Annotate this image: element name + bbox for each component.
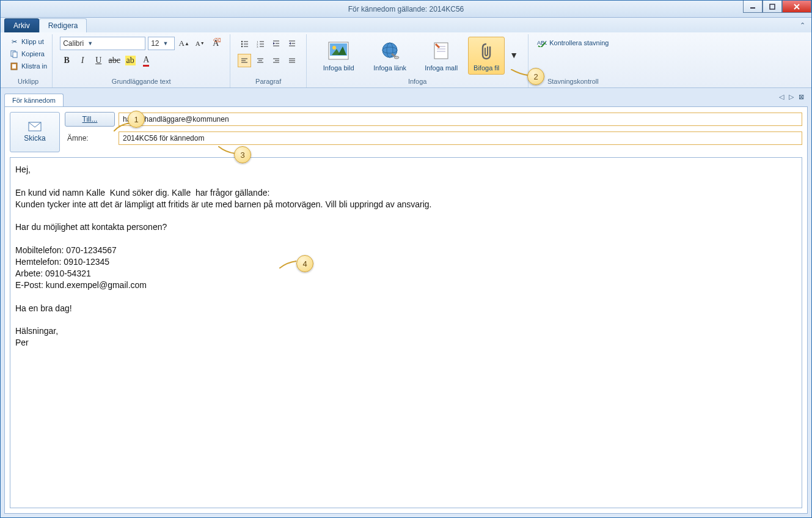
window-title: För kännedom gällande: 2014KC56 (1, 5, 811, 13)
svg-rect-7 (12, 64, 16, 68)
tab-prev-icon[interactable]: ◁ (779, 93, 784, 101)
svg-point-8 (241, 41, 243, 42)
paragraph-group-label: Paragraf (235, 76, 301, 87)
svg-marker-26 (289, 42, 291, 45)
ribbon-group-paragraph: 123 Paragraf (230, 34, 307, 87)
doc-tab-nav: ◁ ▷ ⊠ (779, 93, 804, 101)
menu-tabs: Arkiv Redigera ⌃ (1, 18, 811, 32)
callout-1: 1 (128, 111, 145, 128)
font-size-combo[interactable]: 12▼ (148, 37, 175, 50)
font-name-combo[interactable]: Calibri▼ (60, 37, 145, 50)
subject-input[interactable] (119, 131, 802, 145)
italic-button[interactable]: I (76, 54, 89, 67)
document-tabs: För kännedom ◁ ▷ ⊠ (4, 92, 808, 106)
paperclip-icon (475, 40, 497, 62)
insert-image-button[interactable]: Infoga bild (314, 37, 363, 75)
doc-tab-for-kannedom[interactable]: För kännedom (4, 94, 64, 106)
insert-template-button[interactable]: Infoga mall (417, 37, 466, 75)
maximize-button[interactable] (763, 1, 782, 13)
indent-button[interactable] (285, 37, 299, 50)
titlebar: För kännedom gällande: 2014KC56 (1, 1, 811, 18)
tab-close-icon[interactable]: ⊠ (799, 93, 804, 101)
window-controls (743, 1, 811, 13)
spelling-group-label: Stavningskontroll (533, 76, 612, 87)
strikethrough-button[interactable]: abc (108, 54, 121, 67)
clear-format-button[interactable]: A⌫ (209, 37, 222, 50)
close-button[interactable] (782, 1, 811, 13)
picture-icon (327, 40, 349, 62)
content-area: För kännedom ◁ ▷ ⊠ Skicka Till... (1, 88, 811, 517)
svg-marker-22 (273, 42, 275, 45)
bullet-list-button[interactable] (238, 37, 251, 50)
ribbon-collapse-icon[interactable]: ⌃ (800, 21, 805, 29)
chevron-down-icon: ▼ (87, 40, 93, 46)
tab-edit[interactable]: Redigera (39, 18, 87, 32)
compose-fields: Till... Ämne: (65, 112, 802, 152)
align-center-button[interactable] (254, 54, 267, 67)
clipboard-group-label: Urklipp (9, 76, 47, 87)
attach-file-button[interactable]: Bifoga fil (468, 37, 505, 75)
scissors-icon: ✂ (9, 37, 19, 46)
svg-point-10 (241, 43, 243, 45)
copy-icon (9, 49, 19, 59)
message-body[interactable]: Hej, En kund vid namn Kalle Kund söker d… (10, 157, 802, 508)
svg-rect-1 (770, 4, 775, 9)
align-right-button[interactable] (269, 54, 283, 67)
globe-link-icon (379, 40, 401, 62)
font-color-button[interactable]: A (139, 54, 153, 67)
to-input[interactable] (119, 113, 802, 126)
number-list-button[interactable]: 123 (254, 37, 267, 50)
spell-check-button[interactable]: ABCKontrollera stavning (536, 37, 610, 49)
tab-file[interactable]: Arkiv (4, 18, 39, 32)
send-button[interactable]: Skicka (10, 112, 60, 152)
envelope-icon (28, 122, 42, 131)
callout-2: 2 (527, 68, 544, 85)
paste-button[interactable]: Klistra in (9, 61, 47, 71)
outdent-button[interactable] (269, 37, 283, 50)
svg-rect-5 (13, 52, 17, 57)
compose-panel: Skicka Till... Ämne: Hej, En kund vid na… (4, 106, 808, 514)
copy-button[interactable]: Kopiera (9, 49, 47, 59)
ribbon: ✂Klipp ut Kopiera Klistra in Urklipp Cal… (1, 32, 811, 88)
bold-button[interactable]: B (60, 54, 73, 67)
attach-dropdown-button[interactable]: ▼ (507, 50, 521, 61)
app-window: För kännedom gällande: 2014KC56 Arkiv Re… (0, 0, 812, 518)
chevron-down-icon: ▼ (163, 40, 169, 46)
subject-label: Ämne: (65, 134, 115, 142)
insert-link-button[interactable]: Infoga länk (365, 37, 414, 75)
font-group-label: Grundläggande text (57, 76, 225, 87)
paste-icon (9, 61, 19, 71)
underline-button[interactable]: U (92, 54, 105, 67)
to-button[interactable]: Till... (65, 112, 115, 127)
ribbon-group-clipboard: ✂Klipp ut Kopiera Klistra in Urklipp (4, 34, 53, 87)
chevron-down-icon: ▼ (510, 51, 518, 61)
svg-point-48 (394, 56, 399, 59)
tab-next-icon[interactable]: ▷ (789, 93, 794, 101)
shrink-font-button[interactable]: A▼ (193, 37, 207, 50)
svg-text:3: 3 (257, 45, 258, 48)
justify-button[interactable] (285, 54, 299, 67)
svg-point-12 (241, 46, 243, 47)
cut-button[interactable]: ✂Klipp ut (9, 37, 47, 46)
ribbon-group-font: Calibri▼ 12▼ A▲ A▼ A⌫ B I U abc ab A (53, 34, 230, 87)
minimize-button[interactable] (743, 1, 763, 13)
align-left-button[interactable] (238, 54, 251, 67)
template-icon (430, 40, 452, 62)
grow-font-button[interactable]: A▲ (177, 37, 191, 50)
svg-point-42 (332, 46, 336, 50)
callout-4: 4 (296, 255, 313, 272)
highlight-button[interactable]: ab (123, 54, 137, 67)
spellcheck-icon: ABC (537, 38, 547, 48)
insert-group-label: Infoga (312, 76, 523, 87)
callout-3: 3 (234, 146, 251, 163)
ribbon-group-insert: Infoga bild Infoga länk Infoga mall Bifo… (307, 34, 529, 87)
